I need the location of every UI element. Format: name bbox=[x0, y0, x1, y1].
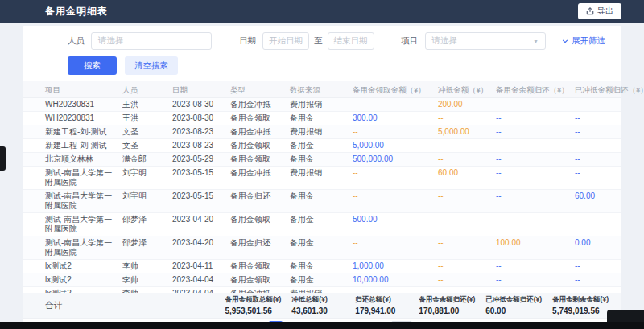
table-row[interactable]: 测试-南昌大学第一附属医院邵梦泽2023-04-20备用金归还备用金----10… bbox=[23, 236, 621, 260]
type-cell: 备用金归还 bbox=[230, 236, 287, 259]
person-cell: 李帅 bbox=[122, 287, 169, 293]
source-cell: 备用金 bbox=[290, 273, 349, 286]
drawer-handle[interactable] bbox=[0, 146, 6, 171]
search-button[interactable]: 搜索 bbox=[68, 56, 117, 75]
source-cell: 备用金 bbox=[290, 190, 349, 212]
total-stat: 备用金剩余金额(¥)5,749,019.56 bbox=[552, 295, 609, 315]
project-cell: lx测试2 bbox=[45, 273, 119, 286]
table-row[interactable]: lx测试2李帅2023-04-04备用金冲抵费用报销-------- bbox=[23, 287, 621, 293]
type-cell: 备用金归还 bbox=[230, 190, 287, 212]
amount-cell: -- bbox=[438, 236, 493, 259]
person-cell: 刘宇明 bbox=[122, 167, 169, 189]
total-stat: 归还总额(¥)179,941.00 bbox=[355, 295, 408, 315]
amount-cell: -- bbox=[496, 139, 572, 152]
total-stat-value: 60.00 bbox=[485, 306, 542, 315]
amount-cell: -- bbox=[438, 213, 493, 236]
table-row[interactable]: WH20230831王洪2023-08-30备用金领取备用金300.00----… bbox=[23, 112, 621, 125]
date-cell: 2023-04-04 bbox=[172, 273, 227, 286]
total-stat-value: 179,941.00 bbox=[355, 306, 408, 315]
amount-cell: 5,000.00 bbox=[353, 139, 435, 152]
type-cell: 备用金冲抵 bbox=[230, 125, 287, 138]
date-cell: 2023-04-20 bbox=[172, 213, 227, 236]
export-icon bbox=[586, 7, 594, 15]
source-cell: 备用金 bbox=[290, 153, 349, 166]
table-row[interactable]: 测试-南昌大学第一附属医院刘宇明2023-05-15备用金冲抵费用报销--60.… bbox=[23, 167, 621, 190]
person-cell: 王洪 bbox=[122, 98, 169, 111]
amount-cell: -- bbox=[353, 167, 435, 189]
person-cell: 满金郎 bbox=[122, 153, 169, 166]
expand-filters-link[interactable]: 展开筛选 bbox=[562, 35, 605, 47]
amount-cell: 300.00 bbox=[353, 112, 435, 125]
table-row[interactable]: 新建工程-刘-测试文圣2023-08-23备用金冲抵费用报销--5,000.00… bbox=[23, 125, 621, 139]
amount-cell: 0.00 bbox=[575, 236, 609, 259]
amount-cell: -- bbox=[496, 125, 572, 138]
date-cell: 2023-08-30 bbox=[172, 112, 227, 125]
project-cell: lx测试2 bbox=[45, 260, 119, 273]
date-cell: 2023-08-23 bbox=[172, 125, 227, 138]
project-cell: 测试-南昌大学第一附属医院 bbox=[45, 190, 119, 212]
export-button-label: 导出 bbox=[597, 6, 613, 17]
column-header: 类型 bbox=[230, 81, 287, 97]
project-cell: 新建工程-刘-测试 bbox=[45, 139, 119, 152]
project-cell: 测试-南昌大学第一附属医院 bbox=[45, 167, 119, 189]
project-cell: lx测试2 bbox=[45, 287, 119, 293]
column-header: 数据来源 bbox=[290, 81, 349, 97]
export-button[interactable]: 导出 bbox=[578, 3, 621, 19]
amount-cell: -- bbox=[496, 153, 572, 166]
amount-cell: -- bbox=[438, 112, 493, 125]
totals-row: 合计 备用金领取总额(¥)5,953,501.56冲抵总额(¥)43,601.3… bbox=[23, 293, 621, 319]
amount-cell: -- bbox=[353, 287, 435, 293]
person-filter-input[interactable]: 请选择 bbox=[91, 32, 212, 50]
table-row[interactable]: lx测试2李帅2023-04-04备用金领取备用金10,000.00------ bbox=[23, 273, 621, 287]
type-cell: 备用金领取 bbox=[230, 153, 287, 166]
person-cell: 刘宇明 bbox=[122, 190, 169, 212]
date-filter-label: 日期 bbox=[239, 35, 256, 47]
amount-cell: -- bbox=[438, 273, 493, 286]
table-row[interactable]: lx测试2李帅2023-04-11备用金领取备用金1,000.00------ bbox=[23, 260, 621, 273]
amount-cell: 500,000.00 bbox=[353, 153, 435, 166]
amount-cell: -- bbox=[496, 260, 572, 273]
total-stat-label: 冲抵总额(¥) bbox=[291, 295, 345, 305]
project-filter-label: 项目 bbox=[402, 35, 419, 47]
date-range-separator: 至 bbox=[314, 35, 323, 47]
total-stat-label: 备用金剩余金额(¥) bbox=[552, 295, 609, 305]
table-row[interactable]: 北京顺义林林满金郎2023-05-29备用金领取备用金500,000.00---… bbox=[23, 153, 621, 167]
project-cell: WH20230831 bbox=[45, 98, 119, 111]
project-cell: 新建工程-刘-测试 bbox=[45, 125, 119, 138]
person-cell: 文圣 bbox=[122, 125, 169, 138]
column-header: 项目 bbox=[45, 81, 119, 97]
type-cell: 备用金领取 bbox=[230, 112, 287, 125]
expand-chevron-icon bbox=[562, 38, 568, 44]
date-end-input[interactable]: 结束日期 bbox=[328, 32, 374, 50]
amount-cell: -- bbox=[575, 260, 609, 273]
total-stat-value: 5,953,501.56 bbox=[225, 306, 281, 315]
table-row[interactable]: 测试-南昌大学第一附属医院刘宇明2023-05-15备用金归还备用金------… bbox=[23, 190, 621, 213]
table-row[interactable]: 测试-南昌大学第一附属医院邵梦泽2023-04-20备用金领取备用金500.00… bbox=[23, 213, 621, 236]
amount-cell: 10,000.00 bbox=[353, 273, 435, 286]
topbar: 备用金明细表 导出 bbox=[0, 0, 644, 23]
total-stat-label: 备用金领取总额(¥) bbox=[225, 295, 281, 305]
table-row[interactable]: WH20230831王洪2023-08-30备用金冲抵费用报销--200.00-… bbox=[23, 98, 621, 112]
date-start-input[interactable]: 开始日期 bbox=[262, 32, 309, 50]
chevron-down-icon: ▾ bbox=[535, 39, 540, 44]
amount-cell: -- bbox=[353, 98, 435, 111]
person-cell: 李帅 bbox=[122, 260, 169, 273]
total-stat-label: 备用金余额归还(¥) bbox=[419, 295, 475, 305]
total-stat-value: 5,749,019.56 bbox=[552, 306, 609, 315]
column-header: 日期 bbox=[172, 81, 227, 97]
amount-cell: -- bbox=[496, 213, 572, 236]
type-cell: 备用金领取 bbox=[230, 260, 287, 273]
amount-cell: -- bbox=[575, 213, 609, 236]
source-cell: 备用金 bbox=[290, 139, 349, 152]
table-row[interactable]: 新建工程-刘-测试文圣2023-08-23备用金领取备用金5,000.00---… bbox=[23, 139, 621, 153]
amount-cell: -- bbox=[575, 98, 609, 111]
clear-search-button[interactable]: 清空搜索 bbox=[125, 56, 178, 75]
type-cell: 备用金冲抵 bbox=[230, 167, 287, 189]
type-cell: 备用金领取 bbox=[230, 273, 287, 286]
amount-cell: -- bbox=[575, 153, 609, 166]
project-filter-select[interactable]: 请选择 ▾ bbox=[425, 32, 546, 50]
table-body: WH20230831王洪2023-08-30备用金冲抵费用报销--200.00-… bbox=[23, 98, 621, 293]
totals-stats: 备用金领取总额(¥)5,953,501.56冲抵总额(¥)43,601.30归还… bbox=[225, 295, 609, 315]
type-cell: 备用金领取 bbox=[230, 213, 287, 236]
date-cell: 2023-04-20 bbox=[172, 236, 227, 259]
